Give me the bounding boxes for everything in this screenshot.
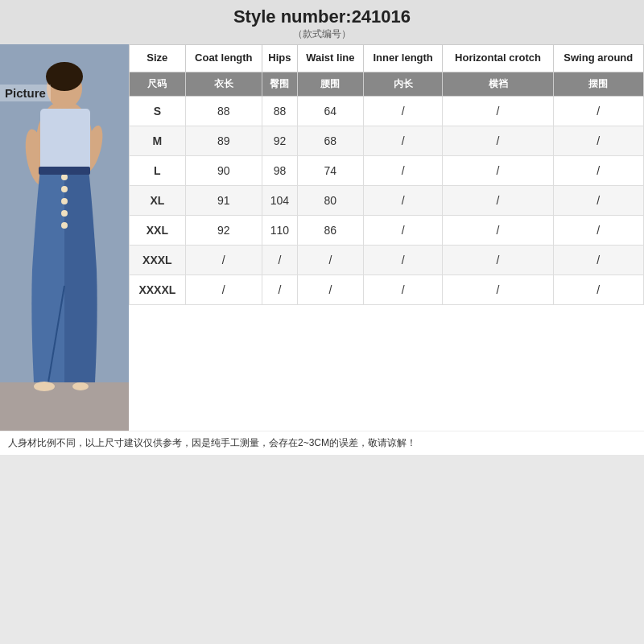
svg-point-17 (72, 382, 89, 390)
content-area: Picture Size Coat length Hips Waist line… (0, 44, 644, 431)
col-header-coat: Coat length (185, 45, 262, 72)
sub-title: （款式编号） (0, 27, 644, 41)
cell-waist: / (297, 275, 363, 304)
size-table: Size Coat length Hips Waist line Inner l… (129, 44, 644, 305)
col-header-size: Size (130, 45, 186, 72)
col-cn-coat: 衣长 (185, 72, 262, 96)
col-cn-size: 尺码 (130, 72, 186, 96)
cell-inner: / (363, 245, 443, 275)
col-cn-swing: 摆围 (553, 72, 643, 96)
cell-size: S (130, 96, 186, 126)
cell-inner: / (363, 96, 443, 126)
cell-waist: 68 (297, 126, 363, 155)
cell-size: XL (130, 185, 186, 215)
bottom-space (0, 455, 644, 644)
cell-hips: 88 (262, 96, 297, 126)
svg-point-15 (46, 62, 83, 91)
table-row: XL9110480/// (130, 185, 644, 215)
cell-coat: 88 (185, 96, 262, 126)
cell-hips: 110 (262, 215, 297, 245)
cell-hcrotch: / (443, 96, 553, 126)
picture-label: Picture (0, 85, 51, 101)
cell-hcrotch: / (443, 245, 553, 275)
cell-swing: / (553, 126, 643, 155)
col-header-swing: Swing around (553, 45, 643, 72)
svg-rect-2 (0, 382, 129, 431)
cell-waist: / (297, 245, 363, 275)
page-container: Style number:241016 （款式编号） (0, 0, 644, 644)
table-section: Size Coat length Hips Waist line Inner l… (129, 44, 644, 431)
cell-swing: / (553, 155, 643, 185)
cell-waist: 64 (297, 96, 363, 126)
cell-hcrotch: / (443, 185, 553, 215)
cell-coat: 92 (185, 215, 262, 245)
cell-coat: / (185, 245, 262, 275)
cell-hcrotch: / (443, 215, 553, 245)
cell-inner: / (363, 126, 443, 155)
cell-size: M (130, 126, 186, 155)
cell-swing: / (553, 185, 643, 215)
cell-swing: / (553, 275, 643, 304)
cell-hips: 104 (262, 185, 297, 215)
image-section: Picture (0, 44, 129, 431)
cell-hcrotch: / (443, 155, 553, 185)
cell-hips: / (262, 245, 297, 275)
col-cn-hips: 臀围 (262, 72, 297, 96)
cell-coat: 89 (185, 126, 262, 155)
cell-size: XXL (130, 215, 186, 245)
col-cn-inner: 内长 (363, 72, 443, 96)
col-cn-hcrotch: 横裆 (443, 72, 553, 96)
cell-hcrotch: / (443, 275, 553, 304)
cell-swing: / (553, 215, 643, 245)
svg-rect-6 (40, 109, 90, 173)
cell-coat: / (185, 275, 262, 304)
svg-rect-13 (39, 167, 90, 175)
table-row: M899268/// (130, 126, 644, 155)
table-row: XXL9211086/// (130, 215, 644, 245)
svg-point-11 (61, 222, 68, 229)
product-image: Picture (0, 44, 129, 431)
footer-note: 人身材比例不同，以上尺寸建议仅供参考，因是纯手工测量，会存在2~3CM的误差，敬… (0, 431, 644, 455)
svg-point-16 (34, 382, 55, 391)
col-header-hips: Hips (262, 45, 297, 72)
title-section: Style number:241016 （款式编号） (0, 0, 644, 44)
col-header-hcrotch: Horizontal crotch (443, 45, 553, 72)
table-row: XXXL////// (130, 245, 644, 275)
cell-inner: / (363, 215, 443, 245)
cell-size: XXXXL (130, 275, 186, 304)
cell-swing: / (553, 96, 643, 126)
cell-inner: / (363, 155, 443, 185)
cell-size: XXXL (130, 245, 186, 275)
cell-inner: / (363, 185, 443, 215)
svg-point-9 (61, 198, 68, 204)
cell-coat: 90 (185, 155, 262, 185)
cell-swing: / (553, 245, 643, 275)
cell-hips: 92 (262, 126, 297, 155)
svg-point-7 (61, 174, 68, 180)
svg-point-8 (61, 186, 68, 192)
col-header-inner: Inner length (363, 45, 443, 72)
cell-hips: / (262, 275, 297, 304)
cell-waist: 74 (297, 155, 363, 185)
denim-figure-svg (0, 44, 129, 431)
table-row: S888864/// (130, 96, 644, 126)
cell-hips: 98 (262, 155, 297, 185)
col-header-waist: Waist line (297, 45, 363, 72)
col-cn-waist: 腰围 (297, 72, 363, 96)
table-row: L909874/// (130, 155, 644, 185)
cell-hcrotch: / (443, 126, 553, 155)
cell-waist: 80 (297, 185, 363, 215)
table-row: XXXXL////// (130, 275, 644, 304)
cell-size: L (130, 155, 186, 185)
cell-inner: / (363, 275, 443, 304)
cell-waist: 86 (297, 215, 363, 245)
cell-coat: 91 (185, 185, 262, 215)
main-title: Style number:241016 (0, 6, 644, 27)
svg-point-10 (61, 210, 68, 217)
